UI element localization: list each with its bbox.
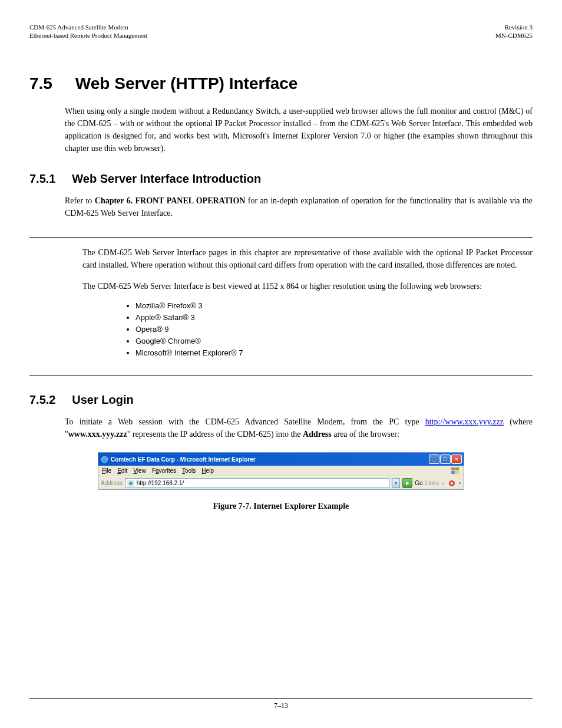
page-icon xyxy=(127,479,135,487)
go-button[interactable] xyxy=(402,478,412,488)
section-number-2: 7.5.1 xyxy=(29,172,55,185)
header-right-2: MN-CDM625 xyxy=(495,32,533,39)
address-label: Address xyxy=(101,480,123,486)
window-title: Comtech EF Data Corp - Microsoft Interne… xyxy=(111,456,256,463)
section-number-3: 7.5.2 xyxy=(29,393,55,406)
windows-flag-icon xyxy=(451,467,460,475)
minimize-button[interactable]: _ xyxy=(429,454,439,464)
page-footer: 7–13 xyxy=(29,698,533,710)
p2-prefix: Refer to xyxy=(65,196,95,205)
list-item: Microsoft® Internet Explorer® 7 xyxy=(135,348,533,357)
figure-caption: Figure 7-7. Internet Explorer Example xyxy=(29,502,533,511)
section-title-1: Web Server (HTTP) Interface xyxy=(75,74,298,93)
menu-help[interactable]: Help xyxy=(201,467,214,474)
toolbar-icon[interactable] xyxy=(448,479,456,487)
chevron-icon[interactable]: » xyxy=(442,480,445,486)
list-item: Google® Chrome® xyxy=(135,337,533,345)
title-bar: Comtech EF Data Corp - Microsoft Interne… xyxy=(98,453,464,466)
address-url: http://192.168.2.1/ xyxy=(137,480,184,486)
p5-bold: www.xxx.yyy.zzz xyxy=(68,430,127,439)
paragraph-4: The CDM-625 Web Server Interface is best… xyxy=(82,280,533,292)
list-item: Opera® 9 xyxy=(135,325,533,334)
go-label: Go xyxy=(415,480,422,486)
address-input[interactable]: http://192.168.2.1/ xyxy=(125,478,390,488)
divider-1 xyxy=(29,237,533,238)
list-item: Mozilla® Firefox® 3 xyxy=(135,301,533,310)
svg-point-8 xyxy=(451,482,453,485)
header-left-1: CDM-625 Advanced Satellite Modem xyxy=(29,24,128,31)
menu-view[interactable]: View xyxy=(133,467,146,474)
paragraph-5: To initiate a Web session with the CDM-6… xyxy=(65,416,533,440)
p5-suf2: " represents the IP address of the CDM-6… xyxy=(127,430,303,439)
paragraph-2: Refer to Chapter 6. FRONT PANEL OPERATIO… xyxy=(65,195,533,219)
svg-rect-1 xyxy=(451,467,455,470)
header-left-2: Ethernet-based Remote Product Management xyxy=(29,32,147,39)
section-title-3: User Login xyxy=(72,393,133,406)
browser-screenshot: Comtech EF Data Corp - Microsoft Interne… xyxy=(98,452,464,490)
menu-file[interactable]: File xyxy=(102,467,111,474)
section-title-2: Web Server Interface Introduction xyxy=(72,172,261,185)
address-dropdown-icon[interactable]: ▾ xyxy=(392,478,400,488)
divider-2 xyxy=(29,375,533,375)
page-number: 7–13 xyxy=(274,701,288,710)
ie-icon xyxy=(100,455,108,463)
paragraph-1: When using only a single modem without a… xyxy=(65,105,533,154)
svg-rect-3 xyxy=(451,471,455,474)
p5-text: To initiate a Web session with the CDM-6… xyxy=(65,417,425,426)
p5-suf3: area of the browser: xyxy=(332,430,399,439)
svg-rect-4 xyxy=(455,471,459,474)
p5-url: http://www.xxx.yyy.zzz xyxy=(425,417,504,426)
browser-list: Mozilla® Firefox® 3 Apple® Safari® 3 Ope… xyxy=(135,301,533,357)
paragraph-3: The CDM-625 Web Server Interface pages i… xyxy=(82,246,533,271)
svg-point-6 xyxy=(129,481,133,485)
p2-bold: Chapter 6. FRONT PANEL OPERATION xyxy=(95,196,246,205)
list-item: Apple® Safari® 3 xyxy=(135,313,533,322)
menu-tools[interactable]: Tools xyxy=(182,467,196,474)
links-label[interactable]: Links xyxy=(425,480,439,486)
section-number-1: 7.5 xyxy=(29,74,52,93)
address-bar: Address http://192.168.2.1/ ▾ Go Links »… xyxy=(98,476,464,489)
maximize-button[interactable]: □ xyxy=(440,454,451,464)
menu-favorites[interactable]: Favorites xyxy=(152,467,176,474)
close-button[interactable]: × xyxy=(451,454,462,464)
svg-rect-2 xyxy=(455,467,459,470)
menu-edit[interactable]: Edit xyxy=(117,467,127,474)
header-right-1: Revision 3 xyxy=(505,24,533,31)
p5-bold2: Address xyxy=(303,430,332,439)
dropdown-arrow-icon[interactable]: ▾ xyxy=(459,481,461,486)
menu-bar: File Edit View Favorites Tools Help xyxy=(98,466,464,476)
